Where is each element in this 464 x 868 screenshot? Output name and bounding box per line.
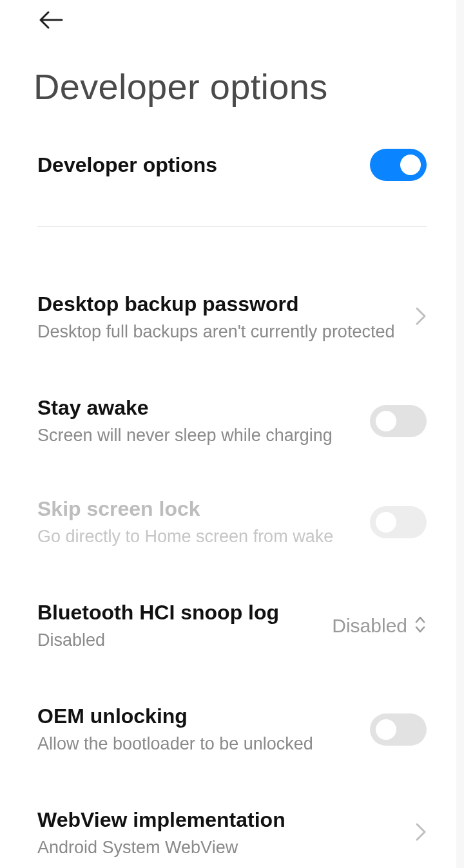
toggle-knob [376, 512, 396, 533]
page-title-container: Developer options [0, 35, 464, 108]
skip-screen-lock-row: Skip screen lock Go directly to Home scr… [37, 471, 427, 574]
item-subtitle: Android System WebView [37, 836, 402, 859]
item-title: Bluetooth HCI snoop log [37, 599, 319, 625]
item-subtitle: Allow the bootloader to be unlocked [37, 733, 357, 755]
header-bar [0, 0, 464, 35]
item-title: Desktop backup password [37, 291, 402, 317]
back-button[interactable] [37, 8, 64, 35]
stay-awake-toggle[interactable] [370, 405, 427, 437]
item-subtitle: Go directly to Home screen from wake [37, 525, 357, 548]
item-subtitle: Screen will never sleep while charging [37, 424, 357, 447]
item-title: Skip screen lock [37, 496, 357, 522]
chevron-right-icon [415, 307, 427, 328]
item-title: WebView implementation [37, 807, 402, 833]
updown-icon [414, 615, 427, 637]
page-title: Developer options [34, 66, 430, 108]
oem-unlocking-toggle[interactable] [370, 713, 427, 746]
bluetooth-hci-snoop-row[interactable]: Bluetooth HCI snoop log Disabled Disable… [37, 574, 427, 677]
stay-awake-row[interactable]: Stay awake Screen will never sleep while… [37, 369, 427, 471]
item-subtitle: Desktop full backups aren't currently pr… [37, 321, 402, 343]
developer-options-toggle[interactable] [370, 149, 427, 181]
developer-options-label: Developer options [37, 152, 357, 178]
item-title: OEM unlocking [37, 703, 357, 729]
bluetooth-snoop-value: Disabled [332, 615, 407, 637]
webview-implementation-row[interactable]: WebView implementation Android System We… [37, 781, 427, 859]
item-title: Stay awake [37, 395, 357, 420]
chevron-right-icon [415, 822, 427, 844]
skip-screen-lock-toggle [370, 506, 427, 538]
oem-unlocking-row[interactable]: OEM unlocking Allow the bootloader to be… [37, 677, 427, 781]
toggle-knob [376, 719, 396, 740]
scrollbar-track [456, 0, 464, 868]
item-subtitle: Disabled [37, 629, 319, 652]
toggle-knob [400, 155, 421, 175]
arrow-left-icon [38, 10, 64, 32]
desktop-backup-password-row[interactable]: Desktop backup password Desktop full bac… [37, 272, 427, 369]
developer-options-master-row[interactable]: Developer options [37, 108, 427, 226]
toggle-knob [376, 411, 396, 431]
